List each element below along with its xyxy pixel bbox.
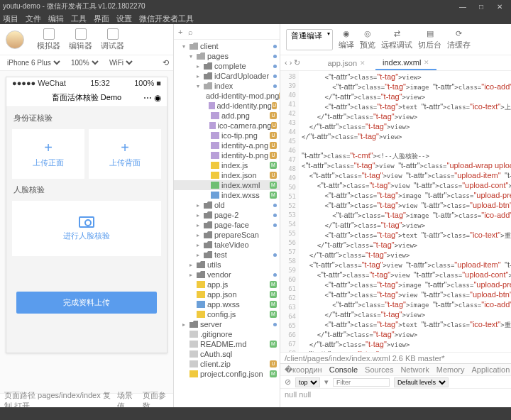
tab-memory[interactable]: Memory [436,365,465,374]
zoom-select[interactable]: 100% [68,58,101,67]
tree-file-index-js[interactable]: index.jsM [174,160,280,170]
remote-debug-button[interactable]: ⇄远程调试 [381,29,412,50]
tree-file-app-json[interactable]: app.jsonM [174,289,280,299]
context-select[interactable]: top [295,377,320,387]
network-select[interactable]: WiFi [106,58,135,67]
tab-application[interactable]: Application [471,365,510,374]
console-line: null null [285,390,311,406]
close-icon[interactable]: ✕ [424,59,429,66]
background-button[interactable]: ▤切后台 [418,29,441,50]
capsule-icon[interactable]: ⋯ ◉ [143,93,161,103]
upload-back-box[interactable]: + 上传背面 [89,129,161,179]
compile-mode-dropdown[interactable]: 普通编译 [286,29,333,50]
menu-tools[interactable]: 工具 [71,13,87,24]
file-tree: ▾client▾pages▸complete▸idCardUploader▾in… [174,40,280,407]
battery-label: 100% ■ [134,79,161,87]
rotate-icon[interactable]: ⟲ [163,58,169,67]
plus-icon: + [121,140,129,155]
search-icon[interactable]: ⌕ [188,28,193,36]
tree-folder-server[interactable]: ▸server [174,319,280,329]
tree-file-add-png[interactable]: add.pngU [174,111,280,121]
submit-button[interactable]: 完成资料上传 [16,292,157,314]
tree-file-index-json[interactable]: index.jsonU [174,170,280,180]
user-avatar[interactable] [6,31,24,49]
upload-front-box[interactable]: + 上传正面 [12,129,84,179]
tree-file-app-wxss[interactable]: app.wxssM [174,299,280,309]
page-path-text[interactable]: 页面路径 pages/index/index 复制 打开 [4,390,117,408]
face-verify-box[interactable]: 进行人脸核验 [12,201,161,256]
menu-settings[interactable]: 设置 [116,13,132,24]
tree-file-cAuth-sql[interactable]: cAuth.sql [174,349,280,359]
tree-file-identity-a-png[interactable]: identity-a.pngU [174,140,280,150]
tree-folder-page-face[interactable]: ▸page-face [174,220,280,230]
clock-label: 15:32 [90,79,110,87]
tree-folder-page-2[interactable]: ▸page-2 [174,210,280,220]
camera-icon [79,216,94,228]
clear-console-icon[interactable]: ⊘ [285,377,291,387]
tree-file-client-zip[interactable]: client.zipU [174,359,280,369]
device-select[interactable]: iPhone 6 Plus [4,58,62,67]
tree-file-project-config-json[interactable]: project.config.jsonM [174,369,280,379]
editor-statusline: /client/pages/index/index.wxml 2.6 KB ma… [280,352,511,363]
simulator-viewport: ●●●●● WeChat 15:32 100% ■ 畜面活体核验 Demo ⋯ … [0,71,173,393]
tree-folder-utils[interactable]: ▸utils [174,260,280,270]
new-file-button[interactable]: + [178,28,182,36]
tree-file-index-wxss[interactable]: index.wxssM [174,190,280,200]
compile-button[interactable]: ◉编译 [339,29,354,50]
tree-folder-pages[interactable]: ▾pages [174,51,280,61]
file-info: /client/pages/index/index.wxml 2.6 KB ma… [285,354,445,363]
tree-file-index-wxml[interactable]: index.wxmlM [174,180,280,190]
tree-file-ico-tip-png[interactable]: ico-tip.pngU [174,131,280,140]
tree-folder-vendor[interactable]: ▸vendor [174,270,280,280]
close-icon[interactable]: ✕ [360,60,366,67]
tree-folder-idCardUploader[interactable]: ▸idCardUploader [174,71,280,81]
code-content[interactable]: <"t-attr">class="t-tag">view> <"t-attr">… [299,71,511,352]
menu-edit[interactable]: 编辑 [48,13,64,24]
maximize-button[interactable]: □ [473,3,490,11]
clear-cache-button[interactable]: ⟳清缓存 [447,29,471,50]
tree-folder-old[interactable]: ▸old [174,200,280,210]
inspector-icon[interactable]: �координ [285,365,322,375]
menu-project[interactable]: 项目 [3,13,18,24]
tree-folder-index[interactable]: ▾index [174,81,280,91]
page-path-bar: 页面路径 pages/index/index 复制 打开 场景值 页面参数 [0,393,173,407]
upload-front-label: 上传正面 [33,158,64,168]
tree-file--gitignore[interactable]: .gitignore [174,329,280,339]
menu-devtools[interactable]: 微信开发者工具 [139,13,194,24]
tree-folder-client[interactable]: ▾client [174,41,280,51]
filter-input[interactable] [333,378,390,387]
device-bar: iPhone 6 Plus 100% WiFi ⟲ [0,55,173,71]
minimize-button[interactable]: — [454,3,471,11]
tree-file-add-identity-png[interactable]: add-identity.pngU [174,101,280,111]
tab-console[interactable]: Console [329,365,358,374]
tree-file-identity-b-png[interactable]: identity-b.pngU [174,150,280,160]
scene-value-link[interactable]: 场景值 [117,390,137,408]
levels-select[interactable]: Default levels [394,377,449,387]
debugger-toggle[interactable]: 调试器 [97,27,128,52]
tree-folder-takeVideo[interactable]: ▸takeVideo [174,240,280,250]
tree-file-ico-camera-png[interactable]: ico-camera.pngU [174,121,280,131]
left-toolbar: 模拟器 编辑器 调试器 [0,24,173,55]
menu-ui[interactable]: 界面 [94,13,109,24]
tab-sources[interactable]: Sources [365,365,393,374]
tab-index-wxml[interactable]: index.wxml✕ [375,56,436,70]
tree-folder-complete[interactable]: ▸complete [174,61,280,71]
tree-file-app-js[interactable]: app.jsM [174,280,280,289]
devtools-tabs: �координ Console Sources Network Memory … [280,363,511,376]
tree-file-README-md[interactable]: README.mdM [174,339,280,349]
simulator-toggle[interactable]: 模拟器 [33,27,65,52]
page-params-link[interactable]: 页面参数 [143,390,169,408]
tab-network[interactable]: Network [400,365,429,374]
close-button[interactable]: ✕ [491,3,508,11]
tree-folder-prepareScan[interactable]: ▸prepareScan [174,230,280,240]
line-gutter: 3839404142434445464748495051525354555657… [280,71,299,352]
menu-file[interactable]: 文件 [26,13,41,24]
tab-app-json[interactable]: app.json✕ [320,57,373,70]
tree-file-config-js[interactable]: config.jsM [174,309,280,319]
preview-button[interactable]: ◎预览 [360,29,375,50]
tree-file-add-identity-mod-png[interactable]: add-identity-mod.pngU [174,91,280,101]
code-editor[interactable]: 3839404142434445464748495051525354555657… [280,71,511,352]
editor-nav-icon[interactable]: ‹ › ↻ [285,58,300,67]
editor-toggle[interactable]: 编辑器 [65,27,97,52]
tree-folder-test[interactable]: ▸test [174,250,280,260]
